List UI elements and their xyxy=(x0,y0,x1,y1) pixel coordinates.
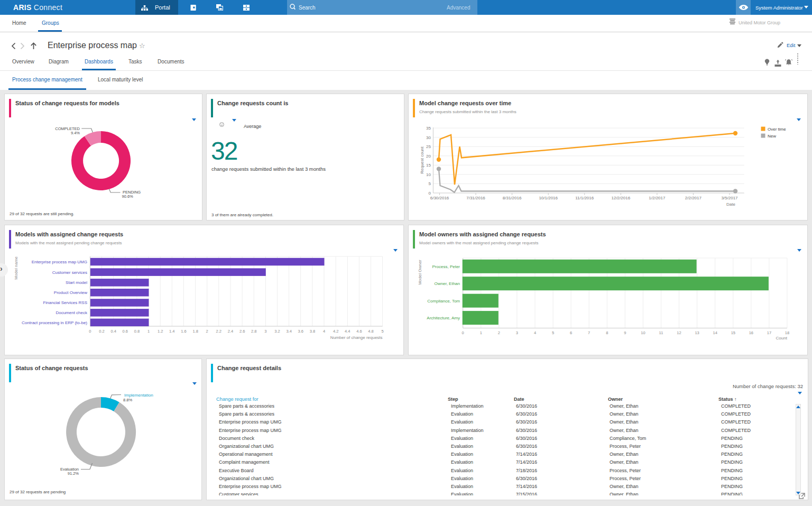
svg-text:Customer services: Customer services xyxy=(52,270,87,275)
svg-text:0: 0 xyxy=(89,329,91,334)
svg-text:25: 25 xyxy=(426,144,431,149)
svg-text:Model Owner: Model Owner xyxy=(418,260,422,285)
svg-text:16: 16 xyxy=(749,330,753,335)
svg-text:Process, Peter: Process, Peter xyxy=(432,264,460,269)
svg-text:5: 5 xyxy=(382,329,384,334)
svg-text:1: 1 xyxy=(480,330,482,335)
svg-text:9: 9 xyxy=(624,330,626,335)
svg-text:35: 35 xyxy=(426,126,431,131)
svg-text:3: 3 xyxy=(516,330,518,335)
svg-text:4: 4 xyxy=(323,329,325,334)
svg-text:1.6: 1.6 xyxy=(181,329,186,334)
svg-text:20: 20 xyxy=(426,154,431,159)
svg-text:12/2/2016: 12/2/2016 xyxy=(612,196,631,200)
svg-text:1.4: 1.4 xyxy=(169,329,174,334)
svg-text:2.4: 2.4 xyxy=(228,329,233,334)
svg-text:2.6: 2.6 xyxy=(239,329,245,334)
svg-text:2: 2 xyxy=(206,329,208,334)
svg-text:0.6: 0.6 xyxy=(123,329,128,334)
svg-text:15: 15 xyxy=(426,163,431,168)
svg-text:10: 10 xyxy=(641,330,645,335)
svg-text:30: 30 xyxy=(426,135,431,140)
svg-text:15: 15 xyxy=(731,330,735,335)
svg-text:7: 7 xyxy=(588,330,590,335)
svg-text:Architecture, Amy: Architecture, Amy xyxy=(427,316,460,320)
svg-text:17: 17 xyxy=(767,330,771,335)
svg-text:3.2: 3.2 xyxy=(274,329,280,334)
svg-text:New: New xyxy=(768,134,776,139)
svg-text:Enterprise process map UMG: Enterprise process map UMG xyxy=(32,260,87,264)
svg-text:14: 14 xyxy=(713,330,717,335)
svg-text:Count: Count xyxy=(776,336,788,341)
svg-text:6: 6 xyxy=(570,330,572,335)
svg-text:1: 1 xyxy=(147,329,150,334)
svg-text:0.8: 0.8 xyxy=(134,329,140,334)
svg-text:3: 3 xyxy=(264,329,266,334)
svg-text:6/30/2016: 6/30/2016 xyxy=(430,196,449,200)
svg-text:Over time: Over time xyxy=(768,127,786,132)
svg-text:3.6: 3.6 xyxy=(298,329,303,334)
svg-text:Number of change requests: Number of change requests xyxy=(330,335,383,340)
svg-text:18: 18 xyxy=(785,330,789,335)
svg-text:12: 12 xyxy=(677,330,681,335)
svg-text:4.4: 4.4 xyxy=(345,329,350,334)
svg-text:4.6: 4.6 xyxy=(356,329,362,334)
svg-text:0: 0 xyxy=(462,330,464,335)
svg-text:5: 5 xyxy=(429,181,431,186)
svg-text:3.8: 3.8 xyxy=(310,329,315,334)
svg-text:10/1/2016: 10/1/2016 xyxy=(539,196,558,200)
svg-text:0: 0 xyxy=(429,191,431,196)
svg-text:2.2: 2.2 xyxy=(216,329,222,334)
svg-text:2: 2 xyxy=(498,330,500,335)
svg-text:7/31/2016: 7/31/2016 xyxy=(466,196,485,200)
svg-text:2/2/2017: 2/2/2017 xyxy=(685,196,702,200)
svg-text:1.8: 1.8 xyxy=(192,329,198,334)
svg-text:2.8: 2.8 xyxy=(251,329,256,334)
svg-text:Date: Date xyxy=(726,202,735,207)
svg-text:Contract processing in ERP (to: Contract processing in ERP (to-be) xyxy=(22,320,87,325)
svg-text:11: 11 xyxy=(659,330,663,335)
svg-text:0.4: 0.4 xyxy=(110,329,116,334)
svg-text:Financial Services RSS: Financial Services RSS xyxy=(43,300,87,305)
svg-text:4.2: 4.2 xyxy=(333,329,338,334)
svg-text:4: 4 xyxy=(534,330,536,335)
svg-text:Compliance, Tom: Compliance, Tom xyxy=(427,299,460,303)
svg-text:3/5/2017: 3/5/2017 xyxy=(721,196,738,200)
svg-text:3.4: 3.4 xyxy=(286,329,291,334)
svg-text:4.8: 4.8 xyxy=(368,329,373,334)
svg-text:10: 10 xyxy=(426,172,431,177)
svg-text:1.2: 1.2 xyxy=(158,329,163,334)
svg-text:0.2: 0.2 xyxy=(99,329,104,334)
svg-text:Owner, Ethan: Owner, Ethan xyxy=(435,281,460,286)
svg-text:Model name: Model name xyxy=(14,256,19,280)
svg-text:Product Overview: Product Overview xyxy=(54,290,87,295)
svg-text:5: 5 xyxy=(552,330,554,335)
svg-text:1/2/2017: 1/2/2017 xyxy=(649,196,666,200)
svg-text:13: 13 xyxy=(695,330,699,335)
svg-text:8: 8 xyxy=(606,330,608,335)
svg-text:11/1/2016: 11/1/2016 xyxy=(575,196,594,200)
svg-text:Document check: Document check xyxy=(56,310,88,315)
svg-text:Start model: Start model xyxy=(66,280,87,285)
svg-text:8/31/2016: 8/31/2016 xyxy=(503,196,522,200)
svg-text:Request count: Request count xyxy=(420,146,425,173)
